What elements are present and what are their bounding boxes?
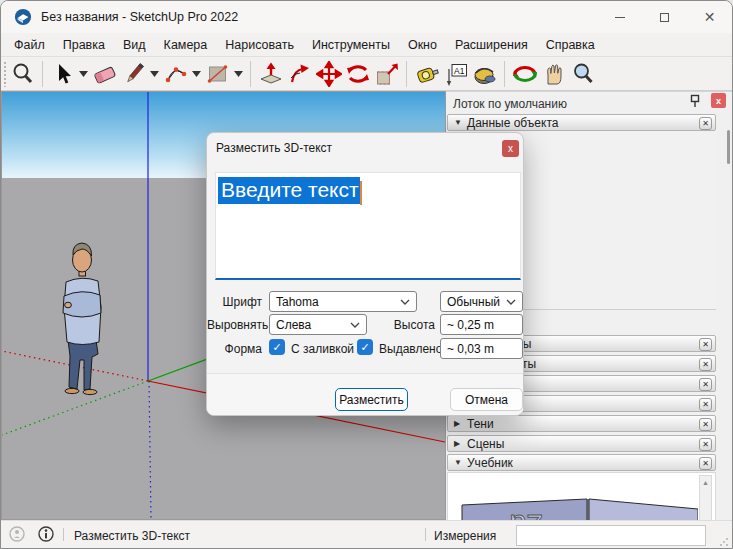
place-3d-text-dialog: Разместить 3D-текст x Введите текст Шриф… xyxy=(206,132,524,416)
toolbar-separator xyxy=(406,61,407,87)
toolbar-separator xyxy=(42,61,43,87)
panel-close-icon[interactable]: ✕ xyxy=(699,438,712,451)
tray-close-icon: x xyxy=(716,96,721,106)
tape-measure-tool-icon[interactable] xyxy=(413,60,440,87)
orbit-tool-icon[interactable] xyxy=(511,60,538,87)
maximize-button[interactable] xyxy=(642,1,687,33)
dimension-text-tool-icon[interactable]: A1 xyxy=(442,60,469,87)
collapse-arrow-icon: ▼ xyxy=(454,118,464,127)
push-pull-tool-icon[interactable] xyxy=(257,60,284,87)
scroll-up-icon[interactable]: ▲ xyxy=(700,476,711,489)
font-style-select[interactable]: Обычный xyxy=(440,291,523,312)
zoom-window-tool-icon[interactable] xyxy=(9,60,36,87)
extruded-label: Выдавлено xyxy=(379,342,442,356)
window-title: Без названия - SketchUp Pro 2022 xyxy=(41,10,238,24)
align-label: Выровнять xyxy=(207,318,262,332)
panel-entity-info[interactable]: ▼ Данные объекта ✕ xyxy=(447,114,716,131)
status-bar: Разместить 3D-текст Измерения xyxy=(1,520,732,549)
blue-axis-dotted xyxy=(149,381,151,519)
paint-bucket-tool-icon[interactable] xyxy=(471,60,498,87)
tray-close-button[interactable]: x xyxy=(711,93,726,108)
align-select[interactable]: Слева xyxy=(269,314,367,335)
maximize-icon xyxy=(660,13,669,22)
selected-text: Введите текст xyxy=(218,177,360,204)
check-icon: ✓ xyxy=(360,341,369,354)
minimize-button[interactable] xyxy=(597,1,642,33)
panel-close-icon[interactable]: ✕ xyxy=(699,358,712,371)
panel-close-icon[interactable]: ✕ xyxy=(699,117,712,130)
move-tool-icon[interactable] xyxy=(315,60,342,87)
extruded-checkbox[interactable]: ✓ xyxy=(357,339,373,355)
menu-file[interactable]: Файл xyxy=(5,35,54,55)
pin-icon[interactable] xyxy=(688,94,702,108)
collapse-arrow-icon: ▼ xyxy=(454,458,464,467)
zoom-tool-icon[interactable] xyxy=(569,60,596,87)
credits-info-icon[interactable] xyxy=(38,526,54,542)
toolbar-grip[interactable] xyxy=(3,61,8,87)
menu-camera[interactable]: Камера xyxy=(155,35,217,55)
panel-close-icon[interactable]: ✕ xyxy=(699,378,712,391)
dialog-close-button[interactable]: x xyxy=(502,140,519,157)
select-tool-icon[interactable] xyxy=(49,60,76,87)
panel-close-icon[interactable]: ✕ xyxy=(699,338,712,351)
arc-dropdown-icon[interactable] xyxy=(190,60,203,87)
text-entry-area[interactable]: Введите текст xyxy=(215,172,521,280)
chevron-down-icon xyxy=(400,299,410,305)
font-select[interactable]: Tahoma xyxy=(269,291,417,312)
rectangle-dropdown-icon[interactable] xyxy=(232,60,245,87)
rectangle-tool-icon[interactable] xyxy=(204,60,231,87)
dialog-close-icon: x xyxy=(508,143,513,154)
close-button[interactable]: ✕ xyxy=(687,1,732,33)
arc-tool-icon[interactable] xyxy=(162,60,189,87)
line-tool-icon[interactable] xyxy=(120,60,147,87)
menu-extensions[interactable]: Расширения xyxy=(446,35,537,55)
title-bar: Без названия - SketchUp Pro 2022 ✕ xyxy=(1,1,732,33)
select-dropdown-icon[interactable] xyxy=(77,60,90,87)
scale-figure xyxy=(63,243,101,395)
toolbar: A1 xyxy=(1,56,732,91)
scale-tool-icon[interactable] xyxy=(373,60,400,87)
filled-checkbox[interactable]: ✓ xyxy=(269,339,285,355)
place-button[interactable]: Разместить xyxy=(335,388,408,411)
minimize-icon xyxy=(615,17,625,18)
measurements-input[interactable] xyxy=(516,525,706,546)
menu-tools[interactable]: Инструменты xyxy=(303,35,399,55)
collapse-arrow-icon: ▶ xyxy=(454,419,464,428)
panel-scenes[interactable]: ▶ Сцены ✕ xyxy=(447,435,716,452)
resize-grip[interactable] xyxy=(719,537,729,547)
panel-instructor[interactable]: ▼ Учебник ✕ xyxy=(447,454,716,471)
status-separator xyxy=(425,528,426,541)
rotate-tool-icon[interactable] xyxy=(344,60,371,87)
toolbar-separator xyxy=(250,61,251,87)
measurements-label: Измерения xyxy=(434,529,496,543)
status-hint: Разместить 3D-текст xyxy=(74,529,190,543)
geolocation-icon[interactable] xyxy=(9,526,25,542)
menu-view[interactable]: Вид xyxy=(114,35,155,55)
collapse-arrow-icon: ▶ xyxy=(454,439,464,448)
menu-edit[interactable]: Правка xyxy=(54,35,114,55)
menu-window[interactable]: Окно xyxy=(399,35,446,55)
toolbar-separator xyxy=(504,61,505,87)
tray-scrollbar[interactable] xyxy=(727,130,730,164)
panel-close-icon[interactable]: ✕ xyxy=(699,398,712,411)
panel-shadows[interactable]: ▶ Тени ✕ xyxy=(447,415,716,432)
menu-help[interactable]: Справка xyxy=(537,35,604,55)
menu-draw[interactable]: Нарисовать xyxy=(216,35,303,55)
extrude-depth-input[interactable]: ~ 0,03 m xyxy=(440,338,523,359)
tray-title: Лоток по умолчанию xyxy=(453,97,567,111)
font-label: Шрифт xyxy=(207,295,262,309)
pan-tool-icon[interactable] xyxy=(540,60,567,87)
chevron-down-icon xyxy=(506,299,516,305)
height-input[interactable]: ~ 0,25 m xyxy=(440,314,523,335)
dialog-title: Разместить 3D-текст xyxy=(216,141,332,155)
status-separator xyxy=(63,528,64,541)
eraser-tool-icon[interactable] xyxy=(91,60,118,87)
cancel-button[interactable]: Отмена xyxy=(450,388,523,411)
line-dropdown-icon[interactable] xyxy=(148,60,161,87)
follow-me-tool-icon[interactable] xyxy=(286,60,313,87)
panel-close-icon[interactable]: ✕ xyxy=(699,457,712,470)
close-icon: ✕ xyxy=(704,10,716,24)
panel-close-icon[interactable]: ✕ xyxy=(699,418,712,431)
svg-text:A1: A1 xyxy=(454,65,465,75)
height-label: Высота xyxy=(367,318,435,332)
